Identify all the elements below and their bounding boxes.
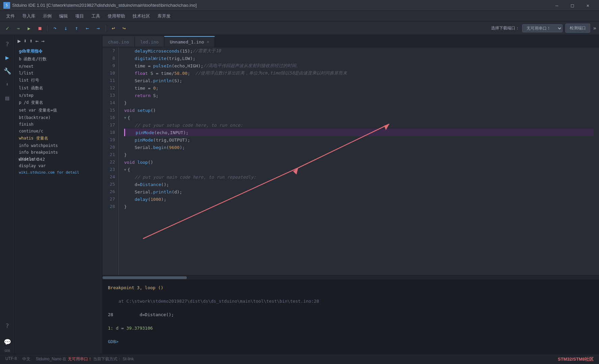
debug-cmd-list-fn[interactable]: list 函数名 [18,85,99,91]
line-num-11: 11 [104,77,115,84]
status-language: 中文 [22,356,30,362]
debug-cmd-next[interactable]: n/next [18,64,99,69]
code-line-15: void setup() [124,107,594,114]
nav-fwd-button[interactable]: → [93,24,103,33]
status-board: Stduino_Nano 在 无可用串口！ 当前下载方式： St-link [36,356,134,362]
debug-cmd-finish[interactable]: finish [18,122,99,127]
code-line-28: } [124,203,594,210]
menu-tools[interactable]: 工具 [88,12,104,21]
debug-nav-fwd-button[interactable]: → [41,38,45,44]
step-out-button[interactable]: ↑ [72,24,81,33]
debug-cmd-wiki[interactable]: wiki.stduino.com for detail [18,170,99,175]
minimize-button[interactable]: — [549,0,565,11]
sidebar-icons: ? ▶ 🔧 ⬇ ▤ ? 💬 GDB [0,35,15,354]
code-line-10: float S = time/58.00; //使用浮点数计算出距离，单位为cm… [124,69,594,77]
port-select[interactable]: 无可用串口！ [522,24,563,32]
debug-cmd-title: gdb常用指令 [18,48,99,55]
step-over-button[interactable]: ↷ [50,24,60,33]
sidebar-arrow-down-icon[interactable]: ⬇ [1,78,13,90]
code-line-9: time = pulseIn(echo,HIGH);//高电平传回超声波从发射到… [124,62,594,69]
line-num-21: 21 [104,151,115,158]
line-num-17: 17 [104,121,115,129]
statusbar-right: STM32/STM8社区 [558,356,594,362]
close-button[interactable]: ✕ [580,0,596,11]
line-num-22: 22 [104,158,115,166]
app-icon: S [3,2,10,9]
line-num-12: 12 [104,84,115,92]
toolbar-more-button[interactable]: » [593,25,596,31]
code-line-14: } [124,99,594,107]
debug-cmd-list-line[interactable]: list 行号 [18,77,99,84]
sidebar-bar-chart-icon[interactable]: ▤ [1,92,13,104]
code-line-16: ▼{ [124,114,594,121]
sidebar-question-icon[interactable]: ? [1,38,13,50]
debug-cmd-list[interactable]: l/list [18,70,99,76]
terminal-prompt[interactable]: GDB> [108,338,594,345]
debug-cmd-continue[interactable]: continue/c [18,128,99,134]
detect-port-button[interactable]: 检测端口 [565,24,590,33]
tab-unnamed-ino[interactable]: Unnamed_1.ino ✕ [164,36,215,47]
line-num-15: 15 [104,107,115,114]
line-num-9: 9 [104,62,115,69]
terminal-area[interactable]: Breakpoint 3, loop () at C:\stwork\stdem… [103,280,599,354]
debug-cmd-delete[interactable]: d/delete [18,156,99,162]
terminal-line-2 [108,291,594,298]
debug-cmd-display[interactable]: display var [18,163,99,169]
tab-led-ino[interactable]: led.ino [135,36,165,47]
menu-examples[interactable]: 示例 [39,12,55,21]
code-content[interactable]: delayMicroseconds(15);//需要大于10 digitalWr… [119,47,599,275]
tab-close-button[interactable]: ✕ [207,39,209,44]
verify-button[interactable]: ✓ [3,24,12,33]
code-line-26: Serial.println(d); [124,188,594,195]
code-editor[interactable]: 7 8 9 10 11 12 13 14 15 16 17 18 19 20 2… [103,47,599,275]
line-numbers: 7 8 9 10 11 12 13 14 15 16 17 18 19 20 2… [103,47,119,275]
maximize-button[interactable]: □ [565,0,580,11]
debug-cmd-watchpoints[interactable]: info watchpoints [18,143,99,148]
tabs-bar: chao.ino led.ino Unnamed_1.ino ✕ [103,35,599,47]
sidebar-chat-icon[interactable]: 💬 [1,336,13,348]
sidebar-run-icon[interactable]: ▶ [1,51,13,63]
menu-help[interactable]: 使用帮助 [104,12,129,21]
menu-file[interactable]: 文件 [3,12,18,21]
debug-cmd-breakpoints[interactable]: info breakpoints [18,150,99,155]
code-line-7: delayMicroseconds(15);//需要大于10 [124,47,594,55]
editor-scrollbar[interactable] [103,275,599,280]
step-into-button[interactable]: ↓ [61,24,70,33]
menu-project[interactable]: 项目 [72,12,87,21]
code-line-24: // put your main code here, to run repea… [124,173,594,181]
line-num-16: 16 [104,114,115,121]
undo-button[interactable]: ↩ [109,24,118,33]
debug-cmd-print[interactable]: p /d 变量名 [18,99,99,106]
code-line-22: void loop() [124,158,594,166]
terminal-line-7: 1: d = 39.3793106 [108,325,594,332]
terminal-line-6 [108,318,594,325]
menu-edit[interactable]: 编辑 [56,12,71,21]
menu-community[interactable]: 技术社区 [129,12,153,21]
titlebar-title: Stduino IDE 1.01 [C:\stwork\stemo2019827… [12,3,197,8]
code-line-13: return S; [124,92,594,99]
editor-scroll-thumb[interactable] [103,276,187,279]
redo-button[interactable]: ↪ [119,24,129,33]
line-num-20: 20 [104,144,115,151]
debug-cmd-step[interactable]: s/step [18,93,99,98]
stop-button[interactable]: ⏹ [35,24,45,33]
debug-cmd-setvar[interactable]: set var 变量名=值 [18,107,99,114]
debug-run-button[interactable]: ▶ [24,24,34,33]
toolbar-sep1 [47,25,48,32]
code-line-17: // put your setup code here, to run once… [124,121,594,129]
menu-import[interactable]: 导入库 [19,12,39,21]
debug-step-up-button[interactable]: ⬆ [29,38,33,44]
debug-run-ctrl-button[interactable]: ▶ [18,38,21,44]
sidebar-help-icon-bottom[interactable]: ? [1,320,13,332]
debug-nav-back-button[interactable]: ← [35,38,39,44]
upload-button[interactable]: ⇒ [13,24,23,33]
nav-back-button[interactable]: ← [83,24,92,33]
tab-chao-ino[interactable]: chao.ino [103,36,135,47]
terminal-line-5: 28 d=Distance(); [108,311,594,318]
sidebar-tool-icon[interactable]: 🔧 [1,65,13,77]
debug-cmd-bt[interactable]: bt(backtrace) [18,115,99,120]
menu-library[interactable]: 库开发 [154,12,174,21]
debug-step-down-button[interactable]: ⬇ [24,38,27,44]
debug-cmd-whatis[interactable]: whatis 变量名 [18,135,99,142]
debug-cmd-b[interactable]: b 函数名/行数 [18,56,99,62]
